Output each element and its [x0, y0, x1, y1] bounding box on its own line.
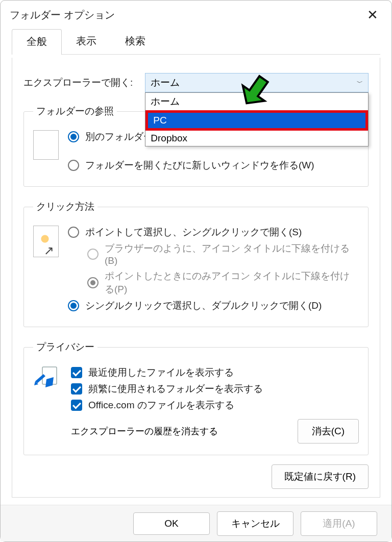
privacy-legend: プライバシー	[33, 340, 97, 354]
click-method-group: クリック方法 ポイントして選択し、シングルクリックで開く(S) ブラウザーのよう…	[23, 200, 369, 327]
radio-icon	[87, 277, 99, 288]
radio-new-window[interactable]: フォルダーを開くたびに新しいウィンドウを作る(W)	[68, 159, 359, 172]
dropdown-option-pc-highlighted: PC	[145, 110, 368, 131]
tab-search[interactable]: 検索	[111, 29, 160, 55]
radio-label: ブラウザーのように、アイコン タイトルに下線を付ける(B)	[105, 242, 359, 266]
tab-general[interactable]: 全般	[12, 29, 62, 55]
radio-underline-browser: ブラウザーのように、アイコン タイトルに下線を付ける(B)	[87, 242, 359, 266]
checkmark-icon	[71, 400, 82, 411]
radio-double-click-open[interactable]: シングルクリックで選択し、ダブルクリックで開く(D)	[68, 299, 359, 312]
radio-icon	[87, 249, 99, 260]
checkbox-label: 頻繁に使用されるフォルダーを表示する	[88, 382, 263, 396]
radio-underline-hover: ポイントしたときにのみアイコン タイトルに下線を付ける(P)	[87, 269, 359, 296]
combobox-selected-value: ホーム	[151, 76, 180, 89]
tab-view[interactable]: 表示	[62, 29, 111, 55]
cancel-button[interactable]: キャンセル	[217, 511, 293, 536]
chevron-down-icon: ﹀	[357, 79, 363, 87]
checkmark-icon	[71, 383, 82, 395]
radio-label: ポイントしたときにのみアイコン タイトルに下線を付ける(P)	[105, 269, 359, 296]
apply-button: 適用(A)	[301, 511, 377, 536]
restore-defaults-button[interactable]: 既定値に戻す(R)	[272, 464, 369, 489]
dialog-footer: OK キャンセル 適用(A)	[1, 505, 391, 541]
privacy-group: プライバシー 最近使用したファイルを表示する	[23, 340, 369, 455]
checkbox-label: Office.com のファイルを表示する	[88, 399, 234, 412]
radio-label: シングルクリックで選択し、ダブルクリックで開く(D)	[85, 299, 322, 312]
checkbox-office-files[interactable]: Office.com のファイルを表示する	[71, 399, 359, 412]
radio-icon	[68, 160, 79, 171]
explorer-open-combobox[interactable]: ホーム ﹀ ホーム PC Dropbox	[145, 73, 369, 92]
ok-button[interactable]: OK	[133, 512, 210, 535]
dropdown-option-dropbox[interactable]: Dropbox	[145, 131, 368, 146]
checkbox-label: 最近使用したファイルを表示する	[88, 366, 234, 379]
folder-options-dialog: フォルダー オプション ✕ 全般 表示 検索 エクスプローラーで開く: ホーム …	[0, 0, 392, 542]
folder-window-icon	[33, 130, 59, 160]
checkbox-frequent-folders[interactable]: 頻繁に使用されるフォルダーを表示する	[71, 382, 359, 396]
privacy-history-icon	[33, 365, 62, 393]
tab-strip: 全般 表示 検索	[1, 29, 391, 55]
radio-icon	[68, 227, 79, 238]
dropdown-option-home[interactable]: ホーム	[145, 93, 368, 110]
click-cursor-icon	[33, 226, 59, 257]
click-method-legend: クリック方法	[33, 200, 97, 213]
checkmark-icon	[71, 367, 82, 378]
clear-history-label: エクスプローラーの履歴を消去する	[71, 425, 218, 437]
radio-label: ポイントして選択し、シングルクリックで開く(S)	[85, 226, 302, 239]
explorer-open-dropdown: ホーム PC Dropbox	[145, 92, 369, 146]
folder-browse-legend: フォルダーの参照	[33, 105, 117, 118]
dropdown-option-pc[interactable]: PC	[148, 113, 365, 128]
radio-icon	[68, 300, 79, 311]
radio-single-click-open[interactable]: ポイントして選択し、シングルクリックで開く(S)	[68, 226, 359, 239]
tab-content-general: エクスプローラーで開く: ホーム ﹀ ホーム PC	[12, 58, 380, 498]
explorer-open-label: エクスプローラーで開く:	[23, 76, 133, 89]
checkbox-recent-files[interactable]: 最近使用したファイルを表示する	[71, 366, 359, 379]
explorer-open-row: エクスプローラーで開く: ホーム ﹀ ホーム PC	[23, 73, 369, 92]
titlebar: フォルダー オプション ✕	[1, 1, 391, 29]
close-icon[interactable]: ✕	[363, 6, 382, 23]
radio-icon	[68, 131, 79, 142]
radio-label: 別のフォルダー	[85, 130, 153, 143]
window-title: フォルダー オプション	[10, 8, 115, 22]
clear-history-button[interactable]: 消去(C)	[298, 419, 359, 444]
radio-label: フォルダーを開くたびに新しいウィンドウを作る(W)	[85, 159, 314, 172]
